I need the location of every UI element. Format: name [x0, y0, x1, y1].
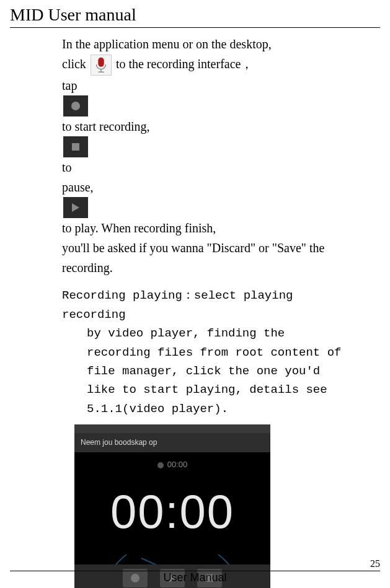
microphone-icon: [91, 55, 112, 76]
text-to: to: [62, 160, 72, 174]
text-discard-save: you'll be asked if you wanna "Discard" o…: [62, 241, 324, 274]
record-dot-icon: [157, 462, 164, 468]
play-button-icon: [63, 197, 88, 218]
text-click: click: [62, 57, 89, 71]
app-header: Neem jou boodskap op: [74, 433, 270, 452]
page-number: 25: [10, 558, 380, 569]
recording-indicator: 00:00: [74, 459, 270, 472]
text-tap: tap: [62, 79, 77, 92]
page-title: MID User manual: [10, 5, 380, 25]
recording-playing-section: Recording playing：select playing recordi…: [62, 286, 355, 418]
svg-rect-0: [98, 58, 104, 67]
text-line-1: In the application menu or on the deskto…: [62, 37, 272, 51]
section2-body: by video player, finding the recording f…: [62, 324, 355, 418]
text-start: to start recording,: [62, 120, 150, 133]
main-timer: 00:00: [74, 474, 270, 550]
small-timer: 00:00: [167, 459, 188, 472]
page-footer: 25 User Manual: [10, 557, 380, 584]
text-pause: pause,: [62, 180, 94, 194]
record-button-icon: [63, 95, 88, 116]
text-interface: to the recording interface，: [116, 57, 254, 71]
status-bar: [74, 424, 270, 433]
instruction-paragraph: In the application menu or on the deskto…: [62, 34, 355, 278]
title-divider: [10, 27, 380, 28]
text-play: to play. When recording finish,: [62, 221, 216, 235]
footer-label: User Manual: [10, 571, 380, 584]
section2-lead: Recording playing：select playing recordi…: [62, 289, 293, 321]
stop-button-icon: [63, 136, 88, 157]
